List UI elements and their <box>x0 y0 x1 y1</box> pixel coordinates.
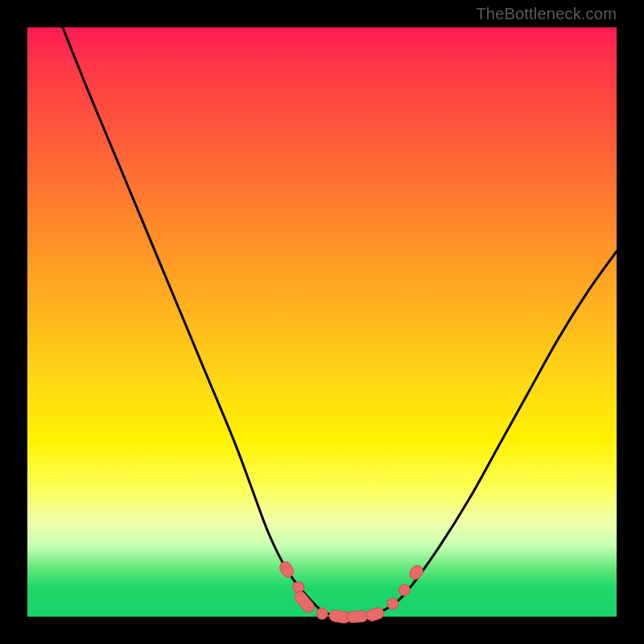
svg-rect-3 <box>314 606 329 621</box>
curve-marker <box>314 606 329 621</box>
chart-frame: TheBottleneck.com <box>0 0 644 644</box>
chart-svg <box>27 27 617 617</box>
curve-marker <box>407 564 425 582</box>
svg-rect-6 <box>365 606 385 622</box>
marker-group <box>278 559 425 624</box>
svg-rect-8 <box>397 582 413 598</box>
curve-marker <box>397 582 413 598</box>
curve-marker <box>365 606 385 622</box>
svg-rect-5 <box>346 610 368 623</box>
svg-rect-0 <box>278 559 295 579</box>
curve-marker <box>278 559 295 579</box>
curve-marker <box>346 610 368 623</box>
svg-rect-9 <box>407 564 425 582</box>
plot-area <box>27 27 617 617</box>
attribution-text: TheBottleneck.com <box>476 5 617 23</box>
bottleneck-curve <box>63 27 617 617</box>
